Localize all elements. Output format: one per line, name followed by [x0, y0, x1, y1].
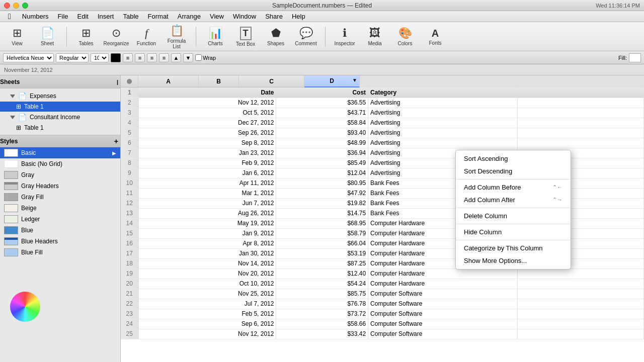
- menu-window[interactable]: Window: [229, 12, 260, 21]
- cost-cell[interactable]: $19.82: [276, 198, 368, 208]
- category-cell[interactable]: Computer Hardware: [368, 268, 518, 279]
- category-cell[interactable]: Category: [368, 87, 518, 98]
- cost-cell[interactable]: $85.75: [276, 289, 368, 299]
- category-cell[interactable]: Advertising: [368, 128, 518, 138]
- cost-cell[interactable]: $76.78: [276, 299, 368, 309]
- category-cell[interactable]: Computer Software: [368, 289, 518, 299]
- date-cell[interactable]: Jan 30, 2012: [138, 248, 276, 258]
- toolbar-tables-btn[interactable]: ⊞ Tables: [73, 25, 99, 49]
- date-cell[interactable]: Nov 12, 2012: [138, 329, 276, 339]
- ctx-add-col-after[interactable]: Add Column After ⌃→: [456, 194, 571, 206]
- date-cell[interactable]: Dec 27, 2012: [138, 118, 276, 128]
- style-item-gray-headers[interactable]: Gray Headers: [0, 180, 120, 192]
- date-cell[interactable]: Feb 9, 2012: [138, 158, 276, 168]
- align-center-btn[interactable]: ≡: [135, 53, 145, 62]
- ctx-more-options[interactable]: Show More Options...: [456, 254, 571, 267]
- wrap-checkbox[interactable]: [195, 54, 202, 61]
- cost-cell[interactable]: $68.95: [276, 218, 368, 228]
- date-cell[interactable]: Sep 6, 2012: [138, 319, 276, 329]
- toolbar-inspector-btn[interactable]: ℹ Inspector: [332, 25, 358, 49]
- menu-table[interactable]: Table: [119, 12, 142, 21]
- toolbar-reorganize-btn[interactable]: ⊙ Reorganize: [103, 25, 129, 49]
- styles-add-btn[interactable]: +: [114, 137, 118, 145]
- cost-cell[interactable]: $93.40: [276, 128, 368, 138]
- toolbar-colors-btn[interactable]: 🎨 Colors: [392, 25, 418, 49]
- category-cell[interactable]: Advertising: [368, 108, 518, 118]
- date-cell[interactable]: Nov 12, 2012: [138, 98, 276, 108]
- font-style-select[interactable]: Regular: [56, 53, 89, 62]
- window-controls[interactable]: [4, 3, 28, 9]
- style-item-beige[interactable]: Beige: [0, 203, 120, 214]
- style-item-gray[interactable]: Gray: [0, 169, 120, 180]
- date-cell[interactable]: Mar 1, 2012: [138, 188, 276, 198]
- col-d-dropdown-icon[interactable]: ▼: [352, 77, 357, 83]
- ctx-hide-col[interactable]: Hide Column: [456, 226, 571, 238]
- col-header-a[interactable]: A: [138, 75, 199, 87]
- style-item-blue[interactable]: Blue: [0, 225, 120, 236]
- menu-file[interactable]: File: [54, 12, 72, 21]
- cost-cell[interactable]: $12.04: [276, 168, 368, 178]
- zoom-button[interactable]: [22, 3, 28, 9]
- cost-cell[interactable]: $33.42: [276, 329, 368, 339]
- cost-cell[interactable]: $53.19: [276, 248, 368, 258]
- cost-cell[interactable]: $58.66: [276, 319, 368, 329]
- date-cell[interactable]: Nov 20, 2012: [138, 268, 276, 279]
- category-cell[interactable]: Computer Software: [368, 299, 518, 309]
- ctx-delete-col[interactable]: Delete Column: [456, 210, 571, 222]
- ctx-sort-descending[interactable]: Sort Descending: [456, 165, 571, 177]
- category-cell[interactable]: Advertising: [368, 138, 518, 148]
- style-item-blue-headers[interactable]: Blue Headers: [0, 236, 120, 247]
- cost-cell[interactable]: $36.94: [276, 148, 368, 158]
- style-item-blue-fill[interactable]: Blue Fill: [0, 247, 120, 258]
- toolbar-view-btn[interactable]: ⊞ View: [4, 25, 30, 49]
- toolbar-shapes-btn[interactable]: ⬟ Shapes: [263, 25, 289, 49]
- cost-cell[interactable]: $54.24: [276, 279, 368, 289]
- sidebar-item-expenses-table1[interactable]: ⊞ Table 1: [0, 102, 120, 112]
- toolbar-formulalist-btn[interactable]: 📋 Formula List: [164, 22, 190, 51]
- sidebar-item-consultant-table1[interactable]: ⊞ Table 1: [0, 123, 120, 133]
- toolbar-fonts-btn[interactable]: A Fonts: [422, 25, 448, 49]
- col-header-b[interactable]: B: [199, 75, 239, 87]
- date-cell[interactable]: Sep 26, 2012: [138, 128, 276, 138]
- date-cell[interactable]: Aug 26, 2012: [138, 208, 276, 218]
- date-cell[interactable]: Sep 8, 2012: [138, 138, 276, 148]
- toolbar-sheet-btn[interactable]: 📄 Sheet: [34, 25, 60, 49]
- cost-cell[interactable]: $48.99: [276, 138, 368, 148]
- text-down-btn[interactable]: ▼: [183, 53, 193, 62]
- cost-cell[interactable]: $47.92: [276, 188, 368, 198]
- align-justify-btn[interactable]: ≡: [159, 53, 169, 62]
- style-item-gray-fill[interactable]: Gray Fill: [0, 192, 120, 203]
- cost-cell[interactable]: $80.95: [276, 178, 368, 188]
- menu-insert[interactable]: Insert: [94, 12, 118, 21]
- date-cell[interactable]: Jan 9, 2012: [138, 228, 276, 238]
- cost-cell[interactable]: $12.40: [276, 268, 368, 279]
- font-family-select[interactable]: Helvetica Neue: [3, 53, 54, 62]
- cost-cell[interactable]: Cost: [276, 87, 368, 98]
- col-header-c[interactable]: C: [239, 75, 304, 87]
- font-size-select[interactable]: 10: [91, 53, 109, 62]
- date-cell[interactable]: Nov 14, 2012: [138, 258, 276, 268]
- align-left-btn[interactable]: ≡: [123, 53, 133, 62]
- menu-edit[interactable]: Edit: [73, 12, 93, 21]
- date-cell[interactable]: Jan 6, 2012: [138, 168, 276, 178]
- minimize-button[interactable]: [13, 3, 19, 9]
- menu-share[interactable]: Share: [261, 12, 287, 21]
- sidebar-item-expenses[interactable]: 📄 Expenses: [0, 90, 120, 102]
- date-cell[interactable]: Jan 23, 2012: [138, 148, 276, 158]
- category-cell[interactable]: Computer Software: [368, 309, 518, 319]
- cost-cell[interactable]: $58.84: [276, 118, 368, 128]
- menu-numbers[interactable]: Numbers: [18, 12, 53, 21]
- fill-color-box[interactable]: [629, 53, 641, 62]
- date-cell[interactable]: Apr 11, 2012: [138, 178, 276, 188]
- close-button[interactable]: [4, 3, 10, 9]
- category-cell[interactable]: Computer Hardware: [368, 279, 518, 289]
- category-cell[interactable]: Computer Software: [368, 319, 518, 329]
- date-cell[interactable]: Date: [138, 87, 276, 98]
- date-cell[interactable]: Apr 8, 2012: [138, 238, 276, 248]
- cost-cell[interactable]: $66.04: [276, 238, 368, 248]
- date-cell[interactable]: May 19, 2012: [138, 218, 276, 228]
- menu-view[interactable]: View: [206, 12, 228, 21]
- toolbar-charts-btn[interactable]: 📊 Charts: [202, 25, 228, 49]
- toolbar-media-btn[interactable]: 🖼 Media: [362, 25, 388, 49]
- sidebar-item-consultantincome[interactable]: 📄 Consultant Income: [0, 112, 120, 123]
